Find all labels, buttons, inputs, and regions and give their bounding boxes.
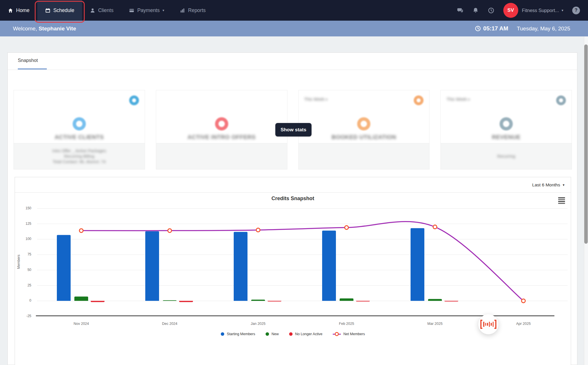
nav-item-clients[interactable]: Clients bbox=[82, 0, 121, 21]
x-tick-label: Jan 2025 bbox=[251, 322, 265, 326]
nav-item-reports[interactable]: Reports bbox=[172, 0, 213, 21]
chart-menu-button[interactable] bbox=[558, 197, 565, 204]
chart-plot-area: 1501251007550250-25 Nov 2024Dec 2024Jan … bbox=[37, 208, 568, 316]
x-tick-label: Feb 2025 bbox=[339, 322, 354, 326]
x-tick-label: Nov 2024 bbox=[74, 322, 89, 326]
marker-net-members[interactable] bbox=[522, 299, 525, 303]
legend-dot-icon bbox=[266, 332, 269, 336]
avatar[interactable]: SV bbox=[503, 3, 518, 18]
home-icon bbox=[8, 8, 13, 13]
chart-title: Credits Snapshot bbox=[15, 196, 571, 202]
user-name: Stephanie Vite bbox=[38, 26, 76, 32]
legend-dot-icon bbox=[221, 332, 224, 336]
marker-net-members[interactable] bbox=[345, 226, 349, 229]
card-footer bbox=[156, 143, 287, 169]
y-tick-label: 150 bbox=[26, 206, 31, 210]
legend-label: Net Members bbox=[343, 332, 365, 336]
help-button[interactable]: ? bbox=[572, 7, 580, 14]
history-button[interactable] bbox=[488, 7, 494, 14]
legend-label: Starting Members bbox=[227, 332, 255, 336]
y-tick-label: -25 bbox=[26, 314, 31, 318]
card-footer-line: Recurring bbox=[497, 154, 515, 159]
bar-chart-icon bbox=[180, 8, 185, 13]
bar-starting-members[interactable] bbox=[411, 228, 424, 301]
x-tick-label: Dec 2024 bbox=[162, 322, 177, 326]
messages-button[interactable] bbox=[457, 7, 463, 14]
nav-main-menu: Home Schedule Clients Payments ▾ Reports bbox=[0, 0, 213, 21]
x-tick-label: Apr 2025 bbox=[516, 322, 531, 326]
bar-new[interactable] bbox=[251, 300, 265, 301]
bar-no-longer-active[interactable] bbox=[179, 301, 193, 302]
donut-icon bbox=[357, 117, 370, 130]
loading-spinner bbox=[478, 314, 498, 334]
main-panel: Snapshot ACTIVE CLIENTS Intro Offer _ Ac… bbox=[7, 52, 577, 365]
tab-snapshot[interactable]: Snapshot bbox=[18, 58, 38, 63]
card-title: BOOKED UTILIZATION bbox=[332, 134, 396, 140]
range-selector-label: Last 6 Months bbox=[532, 182, 560, 188]
bar-new[interactable] bbox=[340, 298, 353, 301]
bar-starting-members[interactable] bbox=[57, 235, 71, 301]
top-navbar: Home Schedule Clients Payments ▾ Reports bbox=[0, 0, 588, 21]
time-text: 05:17 AM bbox=[483, 25, 508, 32]
donut-icon bbox=[73, 117, 86, 130]
card-title: ACTIVE INTRO OFFERS bbox=[187, 134, 256, 140]
bell-icon bbox=[472, 7, 479, 14]
marker-net-members[interactable] bbox=[80, 229, 83, 233]
card-title: REVENUE bbox=[492, 134, 521, 140]
person-icon bbox=[90, 8, 95, 13]
bar-no-longer-active[interactable] bbox=[268, 301, 281, 302]
nav-right-group: SV Fitness Support... ▾ ? bbox=[457, 0, 588, 21]
bar-starting-members[interactable] bbox=[234, 232, 247, 301]
marker-net-members[interactable] bbox=[168, 229, 172, 233]
bar-no-longer-active[interactable] bbox=[444, 301, 458, 302]
credit-card-icon bbox=[129, 8, 134, 13]
card-body: BOOKED UTILIZATION bbox=[299, 90, 430, 143]
chart-range-selector[interactable]: Last 6 Months ▾ bbox=[15, 177, 571, 193]
bar-no-longer-active[interactable] bbox=[356, 301, 370, 302]
calendar-icon bbox=[45, 8, 51, 13]
notifications-button[interactable] bbox=[472, 7, 479, 14]
tab-active-underline bbox=[18, 69, 47, 69]
y-tick-label: 100 bbox=[26, 237, 31, 241]
legend-label: New bbox=[272, 332, 279, 336]
nav-item-label: Reports bbox=[188, 7, 206, 13]
card-footer-line: Intro Offer _ Active Packages bbox=[52, 149, 106, 153]
card-body: ACTIVE INTRO OFFERS bbox=[156, 90, 287, 143]
marker-net-members[interactable] bbox=[256, 228, 260, 232]
nav-item-home[interactable]: Home bbox=[0, 0, 37, 21]
legend-item-starting-members[interactable]: Starting Members bbox=[221, 332, 255, 336]
bar-starting-members[interactable] bbox=[322, 231, 336, 301]
dashboard-screen: Home Schedule Clients Payments ▾ Reports bbox=[0, 0, 588, 365]
bar-new[interactable] bbox=[428, 299, 442, 301]
nav-item-schedule[interactable]: Schedule bbox=[37, 0, 82, 21]
y-axis-title: Members bbox=[17, 253, 24, 270]
current-time: 05:17 AM bbox=[475, 25, 508, 32]
hamburger-icon bbox=[558, 197, 565, 198]
page-scrollbar-thumb[interactable] bbox=[584, 44, 588, 244]
x-tick-label: Mar 2025 bbox=[428, 322, 443, 326]
account-name: Fitness Support... bbox=[522, 8, 559, 13]
card-footer-line: Total Contact: 96, Alumni: 74 bbox=[53, 159, 106, 164]
avatar-initials: SV bbox=[507, 7, 514, 13]
show-stats-button[interactable]: Show stats bbox=[275, 123, 312, 136]
card-active-intro-offers: ACTIVE INTRO OFFERS bbox=[156, 90, 287, 169]
page-scrollbar-track[interactable] bbox=[584, 36, 588, 365]
card-footer-line: Recurring Billing bbox=[64, 154, 94, 159]
nav-item-label: Payments bbox=[137, 7, 160, 13]
legend-item-net-members[interactable]: Net Members bbox=[333, 332, 365, 336]
bar-starting-members[interactable] bbox=[145, 231, 159, 301]
card-body: ACTIVE CLIENTS bbox=[14, 90, 145, 143]
card-footer bbox=[299, 143, 430, 169]
marker-net-members[interactable] bbox=[433, 225, 437, 229]
tab-row: Snapshot bbox=[8, 53, 577, 70]
legend-item-new[interactable]: New bbox=[266, 332, 279, 336]
nav-item-payments[interactable]: Payments ▾ bbox=[121, 0, 172, 21]
y-tick-label: 75 bbox=[28, 252, 31, 256]
bar-new[interactable] bbox=[74, 296, 88, 301]
chevron-down-icon: ▾ bbox=[562, 9, 563, 12]
account-menu[interactable]: Fitness Support... ▾ bbox=[522, 8, 563, 13]
welcome-message: Welcome, Stephanie Vite bbox=[13, 26, 76, 32]
bar-no-longer-active[interactable] bbox=[91, 301, 105, 302]
card-active-clients: ACTIVE CLIENTS Intro Offer _ Active Pack… bbox=[13, 90, 145, 169]
legend-item-no-longer-active[interactable]: No Longer Active bbox=[289, 332, 322, 336]
